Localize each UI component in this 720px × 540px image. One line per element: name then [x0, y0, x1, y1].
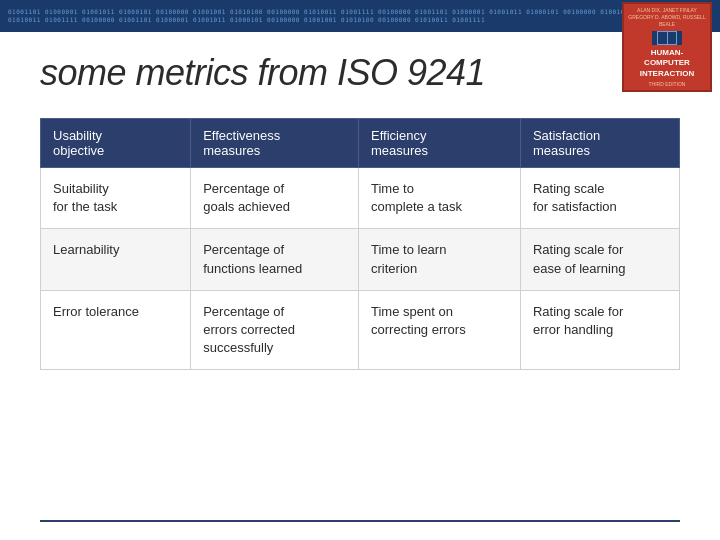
book-authors: ALAN DIX, JANET FINLAY GREGORY D. ABOWD,…: [628, 7, 706, 28]
top-bar: 01001101 01000001 01001011 01000101 0010…: [0, 0, 720, 32]
table-row: Error tolerance Percentage oferrors corr…: [41, 290, 680, 370]
metrics-table: Usabilityobjective Effectivenessmeasures…: [40, 118, 680, 370]
book-edition: THIRD EDITION: [649, 81, 686, 87]
table-row: Suitabilityfor the task Percentage ofgoa…: [41, 168, 680, 229]
table-row: Learnability Percentage offunctions lear…: [41, 229, 680, 290]
col-header-effectiveness: Effectivenessmeasures: [191, 119, 359, 168]
book-title: HUMAN- COMPUTER INTERACTION: [628, 48, 706, 79]
row2-col4: Rating scale forease of learning: [520, 229, 679, 290]
row2-col1: Learnability: [41, 229, 191, 290]
row1-col4: Rating scalefor satisfaction: [520, 168, 679, 229]
table-header-row: Usabilityobjective Effectivenessmeasures…: [41, 119, 680, 168]
book-cover: ALAN DIX, JANET FINLAY GREGORY D. ABOWD,…: [622, 2, 712, 92]
col-header-usability: Usabilityobjective: [41, 119, 191, 168]
row3-col4: Rating scale forerror handling: [520, 290, 679, 370]
page-title: some metrics from ISO 9241: [40, 52, 680, 94]
row1-col2: Percentage ofgoals achieved: [191, 168, 359, 229]
col-header-satisfaction: Satisfactionmeasures: [520, 119, 679, 168]
bottom-divider: [40, 520, 680, 522]
row3-col3: Time spent oncorrecting errors: [359, 290, 521, 370]
row2-col3: Time to learncriterion: [359, 229, 521, 290]
book-icon: [652, 31, 682, 45]
col-header-efficiency: Efficiencymeasures: [359, 119, 521, 168]
main-content: some metrics from ISO 9241 Usabilityobje…: [0, 32, 720, 390]
row1-col1: Suitabilityfor the task: [41, 168, 191, 229]
row3-col1: Error tolerance: [41, 290, 191, 370]
row1-col3: Time tocomplete a task: [359, 168, 521, 229]
row3-col2: Percentage oferrors correctedsuccessfull…: [191, 290, 359, 370]
row2-col2: Percentage offunctions learned: [191, 229, 359, 290]
binary-text: 01001101 01000001 01001011 01000101 0010…: [8, 8, 712, 24]
